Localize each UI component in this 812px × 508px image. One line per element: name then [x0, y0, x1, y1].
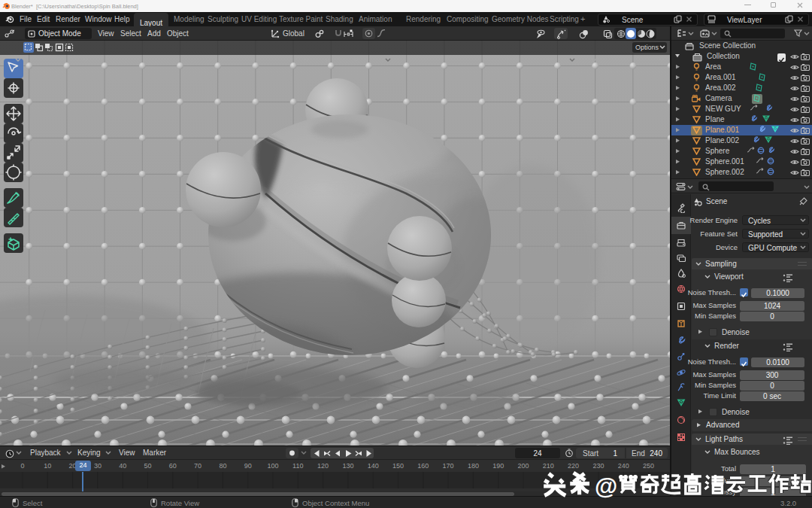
svg-text:@: @ [595, 473, 617, 500]
